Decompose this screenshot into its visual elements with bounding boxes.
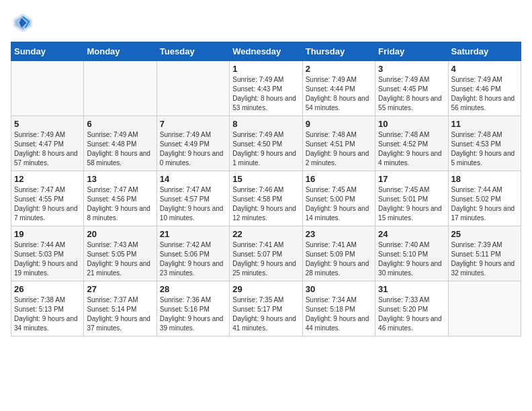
day-number: 29 <box>232 284 299 294</box>
day-info: Sunrise: 7:38 AM Sunset: 5:13 PM Dayligh… <box>14 295 81 333</box>
day-number: 20 <box>87 229 153 239</box>
day-info: Sunrise: 7:48 AM Sunset: 4:51 PM Dayligh… <box>306 130 372 168</box>
day-info: Sunrise: 7:48 AM Sunset: 4:53 PM Dayligh… <box>451 130 518 168</box>
day-info: Sunrise: 7:42 AM Sunset: 5:06 PM Dayligh… <box>160 240 226 278</box>
calendar-cell <box>11 61 84 116</box>
calendar-cell: 28Sunrise: 7:36 AM Sunset: 5:16 PM Dayli… <box>157 281 229 336</box>
day-number: 14 <box>160 174 226 184</box>
day-info: Sunrise: 7:47 AM Sunset: 4:57 PM Dayligh… <box>160 185 226 223</box>
day-info: Sunrise: 7:34 AM Sunset: 5:18 PM Dayligh… <box>306 295 372 333</box>
day-info: Sunrise: 7:49 AM Sunset: 4:43 PM Dayligh… <box>232 75 299 113</box>
day-info: Sunrise: 7:47 AM Sunset: 4:56 PM Dayligh… <box>87 185 153 223</box>
calendar-cell: 27Sunrise: 7:37 AM Sunset: 5:14 PM Dayli… <box>84 281 157 336</box>
calendar-cell: 21Sunrise: 7:42 AM Sunset: 5:06 PM Dayli… <box>157 226 229 281</box>
calendar-cell: 5Sunrise: 7:49 AM Sunset: 4:47 PM Daylig… <box>11 116 84 171</box>
day-info: Sunrise: 7:45 AM Sunset: 5:01 PM Dayligh… <box>378 185 445 223</box>
day-info: Sunrise: 7:49 AM Sunset: 4:50 PM Dayligh… <box>232 130 299 168</box>
weekday-header: Monday <box>84 42 157 61</box>
day-info: Sunrise: 7:40 AM Sunset: 5:10 PM Dayligh… <box>378 240 445 278</box>
calendar-cell: 24Sunrise: 7:40 AM Sunset: 5:10 PM Dayli… <box>375 226 448 281</box>
day-info: Sunrise: 7:41 AM Sunset: 5:09 PM Dayligh… <box>306 240 372 278</box>
weekday-header: Tuesday <box>157 42 229 61</box>
day-number: 27 <box>87 284 153 294</box>
day-info: Sunrise: 7:44 AM Sunset: 5:02 PM Dayligh… <box>451 185 518 223</box>
calendar-cell: 18Sunrise: 7:44 AM Sunset: 5:02 PM Dayli… <box>448 171 521 226</box>
weekday-header: Sunday <box>11 42 84 61</box>
day-info: Sunrise: 7:49 AM Sunset: 4:47 PM Dayligh… <box>14 130 81 168</box>
calendar-cell: 7Sunrise: 7:49 AM Sunset: 4:49 PM Daylig… <box>157 116 229 171</box>
day-info: Sunrise: 7:49 AM Sunset: 4:46 PM Dayligh… <box>451 75 518 113</box>
calendar-cell: 1Sunrise: 7:49 AM Sunset: 4:43 PM Daylig… <box>230 61 302 116</box>
logo-icon <box>11 11 35 35</box>
day-number: 22 <box>232 229 299 239</box>
calendar-cell: 29Sunrise: 7:35 AM Sunset: 5:17 PM Dayli… <box>230 281 302 336</box>
calendar-week-row: 1Sunrise: 7:49 AM Sunset: 4:43 PM Daylig… <box>11 61 521 116</box>
calendar-cell <box>84 61 157 116</box>
day-number: 17 <box>378 174 445 184</box>
calendar-cell: 15Sunrise: 7:46 AM Sunset: 4:58 PM Dayli… <box>230 171 302 226</box>
day-number: 2 <box>306 64 372 74</box>
day-number: 26 <box>14 284 81 294</box>
calendar-week-row: 5Sunrise: 7:49 AM Sunset: 4:47 PM Daylig… <box>11 116 521 171</box>
day-number: 16 <box>306 174 372 184</box>
weekday-header: Friday <box>375 42 448 61</box>
calendar-cell: 16Sunrise: 7:45 AM Sunset: 5:00 PM Dayli… <box>302 171 375 226</box>
day-number: 18 <box>451 174 518 184</box>
logo <box>11 11 38 35</box>
day-number: 5 <box>14 119 81 129</box>
calendar-cell: 30Sunrise: 7:34 AM Sunset: 5:18 PM Dayli… <box>302 281 375 336</box>
day-info: Sunrise: 7:47 AM Sunset: 4:55 PM Dayligh… <box>14 185 81 223</box>
calendar-cell: 3Sunrise: 7:49 AM Sunset: 4:45 PM Daylig… <box>375 61 448 116</box>
weekday-header: Saturday <box>448 42 521 61</box>
day-number: 8 <box>232 119 299 129</box>
calendar-cell: 31Sunrise: 7:33 AM Sunset: 5:20 PM Dayli… <box>375 281 448 336</box>
day-info: Sunrise: 7:44 AM Sunset: 5:03 PM Dayligh… <box>14 240 81 278</box>
calendar-cell: 22Sunrise: 7:41 AM Sunset: 5:07 PM Dayli… <box>230 226 302 281</box>
weekday-header: Thursday <box>302 42 375 61</box>
day-info: Sunrise: 7:49 AM Sunset: 4:45 PM Dayligh… <box>378 75 445 113</box>
day-info: Sunrise: 7:49 AM Sunset: 4:44 PM Dayligh… <box>306 75 372 113</box>
calendar-cell: 25Sunrise: 7:39 AM Sunset: 5:11 PM Dayli… <box>448 226 521 281</box>
day-info: Sunrise: 7:39 AM Sunset: 5:11 PM Dayligh… <box>451 240 518 278</box>
day-info: Sunrise: 7:36 AM Sunset: 5:16 PM Dayligh… <box>160 295 226 333</box>
calendar-cell: 2Sunrise: 7:49 AM Sunset: 4:44 PM Daylig… <box>302 61 375 116</box>
day-number: 21 <box>160 229 226 239</box>
calendar-cell: 17Sunrise: 7:45 AM Sunset: 5:01 PM Dayli… <box>375 171 448 226</box>
day-number: 6 <box>87 119 153 129</box>
day-number: 19 <box>14 229 81 239</box>
day-number: 4 <box>451 64 518 74</box>
calendar-cell: 12Sunrise: 7:47 AM Sunset: 4:55 PM Dayli… <box>11 171 84 226</box>
day-number: 28 <box>160 284 226 294</box>
day-number: 7 <box>160 119 226 129</box>
calendar-cell: 4Sunrise: 7:49 AM Sunset: 4:46 PM Daylig… <box>448 61 521 116</box>
page-header <box>11 11 521 35</box>
day-number: 15 <box>232 174 299 184</box>
day-number: 30 <box>306 284 372 294</box>
day-number: 11 <box>451 119 518 129</box>
day-info: Sunrise: 7:49 AM Sunset: 4:48 PM Dayligh… <box>87 130 153 168</box>
calendar-cell <box>448 281 521 336</box>
weekday-header: Wednesday <box>230 42 302 61</box>
calendar-cell: 14Sunrise: 7:47 AM Sunset: 4:57 PM Dayli… <box>157 171 229 226</box>
calendar-table: SundayMondayTuesdayWednesdayThursdayFrid… <box>11 42 521 336</box>
day-number: 12 <box>14 174 81 184</box>
day-number: 24 <box>378 229 445 239</box>
calendar-cell: 13Sunrise: 7:47 AM Sunset: 4:56 PM Dayli… <box>84 171 157 226</box>
day-number: 9 <box>306 119 372 129</box>
calendar-cell: 23Sunrise: 7:41 AM Sunset: 5:09 PM Dayli… <box>302 226 375 281</box>
calendar-cell: 26Sunrise: 7:38 AM Sunset: 5:13 PM Dayli… <box>11 281 84 336</box>
calendar-week-row: 26Sunrise: 7:38 AM Sunset: 5:13 PM Dayli… <box>11 281 521 336</box>
calendar-cell: 10Sunrise: 7:48 AM Sunset: 4:52 PM Dayli… <box>375 116 448 171</box>
day-info: Sunrise: 7:37 AM Sunset: 5:14 PM Dayligh… <box>87 295 153 333</box>
calendar-cell: 9Sunrise: 7:48 AM Sunset: 4:51 PM Daylig… <box>302 116 375 171</box>
calendar-cell: 11Sunrise: 7:48 AM Sunset: 4:53 PM Dayli… <box>448 116 521 171</box>
day-info: Sunrise: 7:48 AM Sunset: 4:52 PM Dayligh… <box>378 130 445 168</box>
day-number: 25 <box>451 229 518 239</box>
day-info: Sunrise: 7:45 AM Sunset: 5:00 PM Dayligh… <box>306 185 372 223</box>
calendar-week-row: 19Sunrise: 7:44 AM Sunset: 5:03 PM Dayli… <box>11 226 521 281</box>
calendar-cell <box>157 61 229 116</box>
day-info: Sunrise: 7:35 AM Sunset: 5:17 PM Dayligh… <box>232 295 299 333</box>
day-info: Sunrise: 7:41 AM Sunset: 5:07 PM Dayligh… <box>232 240 299 278</box>
calendar-cell: 20Sunrise: 7:43 AM Sunset: 5:05 PM Dayli… <box>84 226 157 281</box>
day-info: Sunrise: 7:33 AM Sunset: 5:20 PM Dayligh… <box>378 295 445 333</box>
